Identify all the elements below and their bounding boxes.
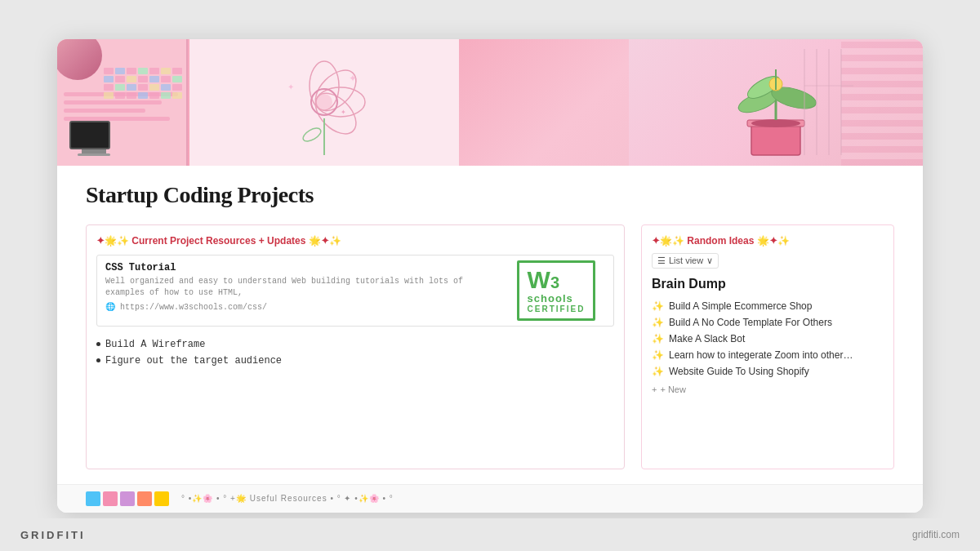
hero-panel-right [629, 39, 923, 166]
w3schools-badge: W3 schools CERTIFIED [507, 262, 605, 319]
right-panel-header-text: ✦🌟✨ Random Ideas 🌟✦✨ [652, 235, 790, 247]
css-tutorial-desc: Well organized and easy to understand We… [105, 276, 499, 299]
list-view-label: List view [669, 256, 703, 265]
footer-brand-left: GRIDFITI [20, 529, 86, 541]
idea-item-5[interactable]: ✨ Website Guide To Using Shopify [652, 363, 884, 380]
left-panel-header-text: ✦🌟✨ Current Project Resources + Updates … [96, 235, 341, 247]
svg-point-13 [751, 119, 800, 127]
color-block-orange [137, 491, 152, 506]
spark-icon-3: ✨ [652, 333, 664, 344]
color-block-blue [86, 491, 100, 506]
svg-text:✦: ✦ [349, 73, 357, 84]
brain-dump-title: Brain Dump [652, 277, 884, 291]
hero-panel-middle: ✦ ✦ ✦ [189, 39, 459, 166]
idea-item-1[interactable]: ✨ Build A Simple Ecommerce Shop [652, 298, 884, 314]
right-panel: ✦🌟✨ Random Ideas 🌟✦✨ ☰ List view ∨ Brain… [641, 224, 894, 469]
w3-schools-text: schools [528, 292, 586, 304]
svg-point-5 [316, 94, 332, 110]
hero-banner: ✦ ✦ ✦ [57, 39, 923, 166]
chevron-down-icon: ∨ [706, 256, 713, 266]
page-title: Startup Coding Projects [86, 182, 894, 208]
plant-illustration [694, 45, 858, 159]
spark-icon-4: ✨ [652, 349, 664, 361]
spark-icon-2: ✨ [652, 317, 664, 328]
idea-item-3[interactable]: ✨ Make A Slack Bot [652, 331, 884, 347]
bullet-dot-2 [96, 358, 100, 362]
flower-sketch: ✦ ✦ ✦ [259, 41, 390, 163]
w3-badge-border: W3 schools CERTIFIED [517, 260, 596, 321]
bullet-text-2: Figure out the target audience [105, 355, 282, 367]
bullet-dot-1 [96, 342, 100, 346]
bullet-item-2: Figure out the target audience [96, 353, 614, 369]
new-item-button[interactable]: + + New [652, 384, 884, 394]
idea-text-3: Make A Slack Bot [669, 333, 745, 344]
left-panel: ✦🌟✨ Current Project Resources + Updates … [86, 224, 625, 469]
color-block-pink [103, 491, 118, 506]
svg-text:✦: ✦ [287, 82, 294, 91]
idea-text-5: Website Guide To Using Shopify [669, 366, 809, 377]
idea-text-4: Learn how to integerate Zoom into other… [669, 349, 853, 361]
two-column-layout: ✦🌟✨ Current Project Resources + Updates … [86, 224, 894, 469]
main-window: ✦ ✦ ✦ [57, 39, 923, 513]
right-panel-header: ✦🌟✨ Random Ideas 🌟✦✨ [652, 235, 884, 247]
bottom-strip-text: ° •✨🌸 • ° +🌟 Useful Resources • ° ✦ •✨🌸 … [181, 494, 394, 503]
bullet-list: Build A Wireframe Figure out the target … [96, 336, 614, 369]
svg-text:✦: ✦ [341, 109, 346, 116]
list-view-button[interactable]: ☰ List view ∨ [652, 253, 719, 269]
computer-icon [69, 121, 118, 158]
idea-list: ✨ Build A Simple Ecommerce Shop ✨ Build … [652, 298, 884, 380]
idea-text-1: Build A Simple Ecommerce Shop [669, 300, 812, 312]
color-block-purple [120, 491, 135, 506]
calendar-decoration [104, 51, 182, 99]
left-panel-header: ✦🌟✨ Current Project Resources + Updates … [96, 235, 614, 247]
list-view-icon: ☰ [657, 256, 666, 266]
css-tutorial-text: CSS Tutorial Well organized and easy to … [105, 262, 499, 312]
css-tutorial-block: CSS Tutorial Well organized and easy to … [96, 255, 614, 327]
new-label: + New [660, 384, 686, 394]
color-block-yellow [154, 491, 169, 506]
main-content: Startup Coding Projects ✦🌟✨ Current Proj… [57, 166, 923, 484]
spark-icon-1: ✨ [652, 300, 664, 312]
footer: GRIDFITI gridfiti.com [0, 518, 980, 551]
plus-icon: + [652, 384, 657, 394]
w3-certified-text: CERTIFIED [528, 304, 586, 313]
footer-brand-right: gridfiti.com [912, 529, 960, 540]
svg-point-7 [301, 126, 323, 144]
css-tutorial-link[interactable]: 🌐 https://www.w3schools.com/css/ [105, 302, 499, 312]
hero-panel-left [57, 39, 188, 166]
bottom-strip: ° •✨🌸 • ° +🌟 Useful Resources • ° ✦ •✨🌸 … [57, 484, 923, 513]
bullet-text-1: Build A Wireframe [105, 339, 205, 350]
bullet-item-1: Build A Wireframe [96, 336, 614, 353]
idea-text-2: Build A No Code Template For Others [669, 317, 832, 328]
idea-item-2[interactable]: ✨ Build A No Code Template For Others [652, 314, 884, 331]
spark-icon-5: ✨ [652, 366, 664, 377]
idea-item-4[interactable]: ✨ Learn how to integerate Zoom into othe… [652, 347, 884, 363]
w3-logo-text: W3 [528, 268, 586, 292]
css-tutorial-title: CSS Tutorial [105, 262, 499, 273]
color-blocks [86, 491, 169, 506]
brain-decoration [57, 39, 102, 80]
